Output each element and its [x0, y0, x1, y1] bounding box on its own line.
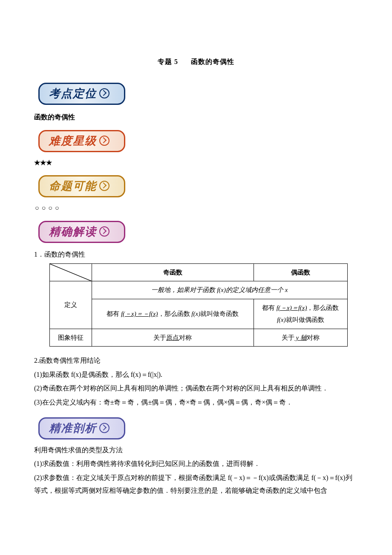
table-row: 奇函数 偶函数	[50, 263, 348, 281]
conclusion-1: (1)如果函数 f(x)是偶函数，那么 f(x)＝f(|x|).	[34, 368, 358, 381]
table-row: 图象特征 关于原点对称 关于 y 轴对称	[50, 329, 348, 347]
diag-cell	[50, 263, 92, 281]
arrow-circle-icon	[99, 181, 110, 191]
diagonal-line-icon	[50, 264, 92, 281]
even-definition: 都有 f(－x)＝f(x)，那么函数 f(x)就叫做偶函数	[254, 299, 347, 329]
title-main: 函数的奇偶性	[191, 58, 234, 65]
difficulty-stars: ★★★	[34, 156, 358, 169]
row-graph-label: 图象特征	[50, 329, 92, 347]
badge-pouxi: 精准剖析	[38, 417, 125, 439]
arrow-circle-icon	[99, 423, 110, 433]
badge-mingti: 命题可能	[38, 175, 125, 197]
arrow-circle-icon	[99, 136, 110, 146]
odd-condition: f(－x)＝－f(x)	[121, 310, 158, 317]
table-row: 都有 f(－x)＝－f(x)，那么函数 f(x)就叫做奇函数 都有 f(－x)＝…	[50, 299, 348, 329]
row-definition-label: 定义	[50, 281, 92, 329]
analysis-1: (1)求函数值：利用奇偶性将待求值转化到已知区间上的函数值，进而得解．	[34, 457, 358, 470]
conclusion-3: (3)在公共定义域内有：奇±奇＝奇，偶±偶＝偶，奇×奇＝偶，偶×偶＝偶，奇×偶＝…	[34, 396, 358, 409]
probability-circles: ○○○○	[35, 202, 358, 214]
topic-line: 函数的奇偶性	[34, 111, 358, 124]
even-symmetry: 关于 y 轴对称	[254, 329, 347, 347]
col-odd-header: 奇函数	[92, 263, 254, 281]
odd-definition: 都有 f(－x)＝－f(x)，那么函数 f(x)就叫做奇函数	[92, 299, 254, 329]
section1-title: 1．函数的奇偶性	[34, 248, 358, 261]
table-row: 定义 一般地，如果对于函数 f(x)的定义域内任意一个 x	[50, 281, 348, 299]
analysis-lead: 利用奇偶性求值的类型及方法	[34, 444, 358, 457]
arrow-circle-icon	[99, 226, 110, 237]
definition-premise: 一般地，如果对于函数 f(x)的定义域内任意一个 x	[92, 281, 347, 299]
svg-line-0	[50, 264, 92, 281]
conclusion-2: (2)奇函数在两个对称的区间上具有相同的单调性；偶函数在两个对称的区间上具有相反…	[34, 382, 358, 395]
badge-nandu: 难度星级	[38, 130, 125, 152]
even-condition: f(－x)＝f(x)	[277, 304, 307, 311]
badge-kaodian: 考点定位	[38, 83, 125, 105]
page-title: 专题 5函数的奇偶性	[34, 55, 358, 68]
section2-title: 2.函数奇偶性常用结论	[34, 354, 358, 367]
parity-table: 奇函数 偶函数 定义 一般地，如果对于函数 f(x)的定义域内任意一个 x 都有…	[49, 263, 348, 347]
badge-jiedu: 精确解读	[38, 221, 125, 243]
title-prefix: 专题 5	[158, 58, 178, 65]
analysis-2: (2)求参数值：在定义域关于原点对称的前提下，根据奇函数满足 f(－x)＝－f(…	[34, 471, 358, 497]
col-even-header: 偶函数	[254, 263, 347, 281]
odd-symmetry: 关于原点对称	[92, 329, 254, 347]
arrow-circle-icon	[99, 88, 110, 98]
